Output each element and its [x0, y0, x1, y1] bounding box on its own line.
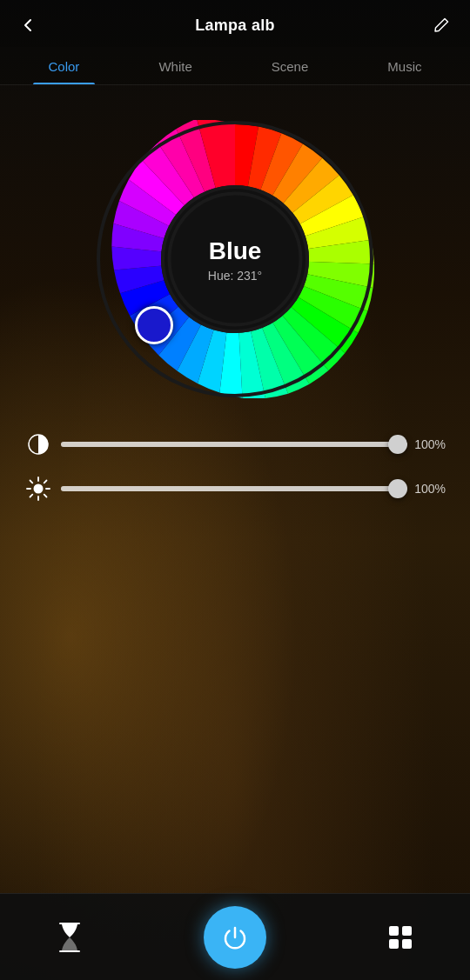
edit-button[interactable]: [428, 12, 454, 38]
warmth-value: 100%: [406, 482, 446, 496]
brightness-value: 100%: [406, 437, 446, 451]
color-name: Blue: [209, 237, 262, 264]
svg-rect-14: [402, 926, 412, 936]
header: Lampa alb: [0, 0, 470, 47]
tab-music[interactable]: Music: [372, 47, 437, 84]
color-wheel[interactable]: Blue Hue: 231°: [96, 120, 374, 398]
timer-button[interactable]: [52, 920, 87, 955]
tab-white[interactable]: White: [143, 47, 207, 84]
hue-label: Hue: 231°: [208, 268, 262, 282]
contrast-icon: [24, 433, 52, 456]
svg-rect-16: [402, 939, 412, 949]
warmth-row: 100%: [24, 477, 446, 501]
svg-point-4: [34, 484, 44, 494]
brightness-row: 100%: [24, 433, 446, 456]
warmth-slider[interactable]: [61, 486, 398, 491]
svg-line-10: [44, 495, 47, 497]
svg-rect-13: [389, 926, 399, 936]
sliders-container: 100% 100%: [0, 416, 470, 539]
tab-color[interactable]: Color: [33, 47, 96, 84]
color-selector-handle[interactable]: [135, 306, 173, 344]
page-title: Lampa alb: [195, 17, 275, 35]
power-button[interactable]: [204, 906, 266, 969]
bottom-bar: [0, 893, 470, 980]
color-wheel-container: Blue Hue: 231°: [0, 120, 470, 398]
hue-value: 231°: [237, 268, 262, 282]
svg-rect-15: [389, 939, 399, 949]
tabs-bar: Color White Scene Music: [0, 47, 470, 85]
svg-line-9: [30, 481, 33, 483]
svg-line-12: [30, 495, 33, 497]
brightness-icon: [24, 477, 52, 501]
back-button[interactable]: [16, 12, 42, 38]
tab-scene[interactable]: Scene: [256, 47, 325, 84]
brightness-slider[interactable]: [61, 442, 398, 447]
grid-button[interactable]: [383, 920, 418, 955]
wheel-center: Blue Hue: 231°: [168, 192, 303, 327]
svg-line-11: [44, 481, 47, 483]
